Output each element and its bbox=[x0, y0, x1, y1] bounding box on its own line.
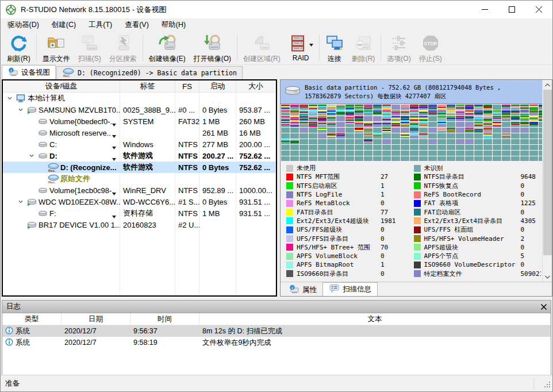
block-map-cell bbox=[502, 122, 510, 127]
block-map-cell bbox=[318, 133, 327, 139]
menu-item[interactable]: 帮助(H) bbox=[155, 18, 192, 32]
toolbar-button-create-image[interactable]: 创建镜像(E) bbox=[145, 33, 190, 64]
legend-value: 0 bbox=[521, 209, 525, 216]
block-map-cell bbox=[483, 145, 492, 150]
block-map-cell bbox=[345, 139, 354, 144]
log-column-header[interactable]: 类型 bbox=[2, 313, 62, 325]
view-tab-device-view[interactable]: i设备视图 bbox=[2, 65, 56, 79]
block-map-cell bbox=[382, 105, 391, 110]
minimize-button[interactable] bbox=[471, 1, 498, 18]
block-map-cell bbox=[401, 151, 409, 156]
chevron-down-icon[interactable] bbox=[112, 143, 116, 150]
block-map-cell bbox=[281, 105, 290, 110]
tree-row[interactable]: Rec.D: (Recognize...软件游戏NTFS0 Bytes752.6… bbox=[3, 162, 276, 173]
scan-scrollbar[interactable] bbox=[542, 80, 552, 282]
scan-tab-properties[interactable]: i属性 bbox=[283, 284, 322, 296]
tree-row[interactable]: WDC WD10EZEX-08W...WD-WCC6Y6...#1 S...0 … bbox=[3, 196, 276, 207]
tree-column-header[interactable]: 设备/磁盘 bbox=[3, 80, 120, 92]
block-map-cell bbox=[299, 105, 308, 110]
tree-row[interactable]: D:软件游戏NTFS200.27 ...752.62 ... bbox=[3, 150, 276, 162]
scan-tab-scan-info[interactable]: 扫描信息 bbox=[322, 282, 378, 296]
log-column-header[interactable]: 日期 bbox=[62, 313, 130, 325]
block-map-cell bbox=[474, 110, 483, 116]
tree-column-header[interactable]: 标签 bbox=[120, 80, 175, 92]
legend-item: 未识别 bbox=[414, 164, 542, 172]
menu-item[interactable]: 工具(T) bbox=[82, 18, 118, 32]
scroll-up-icon[interactable] bbox=[543, 80, 552, 90]
svg-text:Rec.: Rec. bbox=[48, 169, 56, 172]
log-column-header[interactable]: 文本 bbox=[199, 313, 551, 325]
chevron-down-icon[interactable] bbox=[112, 189, 116, 196]
block-map-cell bbox=[309, 105, 317, 110]
chevron-down-icon[interactable] bbox=[112, 120, 116, 127]
block-map-cell bbox=[318, 110, 327, 116]
close-button[interactable] bbox=[525, 1, 552, 18]
toolbar-button-stop: STOP停止(S) bbox=[415, 33, 446, 64]
legend-item: HFS/HFS+ BTree+ 范围70 bbox=[286, 243, 414, 252]
resize-grip[interactable] bbox=[544, 381, 551, 390]
block-map-row bbox=[281, 110, 542, 116]
tree-row[interactable]: 本地计算机 bbox=[3, 93, 276, 104]
block-map-cell bbox=[327, 105, 336, 110]
block-map-cell bbox=[483, 156, 492, 161]
expander-chevron-icon[interactable] bbox=[16, 199, 25, 205]
stop-icon: STOP bbox=[421, 34, 440, 54]
tree-row[interactable]: BR17 DEVICE V1.00 1....20160823#2 U... bbox=[3, 219, 276, 230]
scrollbar-thumb[interactable] bbox=[543, 90, 552, 255]
toolbar-button-connect[interactable]: 连接 bbox=[321, 33, 348, 64]
block-map-cell bbox=[428, 122, 437, 127]
partition-icon bbox=[36, 118, 49, 125]
maximize-button[interactable] bbox=[498, 1, 525, 18]
toolbar-button-create-region: 创建区域(R) bbox=[239, 33, 285, 64]
tree-row[interactable]: Volume{1ecb0c98-.WinRE_DRVNTFS952.89 ...… bbox=[3, 185, 276, 196]
block-map-cell bbox=[345, 156, 354, 161]
menu-item[interactable]: 查看(V) bbox=[118, 18, 155, 32]
toolbar-button-refresh[interactable]: 刷新(R) bbox=[3, 33, 34, 64]
drive-icon bbox=[25, 106, 39, 114]
tree-cell-size: 1000.00... bbox=[236, 185, 276, 196]
tree-row[interactable]: Rec.原始文件 bbox=[3, 173, 276, 185]
expander-chevron-icon[interactable] bbox=[5, 95, 14, 101]
log-row[interactable]: 系统2020/12/79:58:19文件枚举在9秒内完成 bbox=[2, 337, 551, 348]
block-map-cell bbox=[318, 156, 327, 161]
info-icon bbox=[5, 326, 13, 336]
chevron-down-icon[interactable] bbox=[112, 154, 116, 162]
block-map-cell bbox=[456, 145, 464, 150]
block-map-cell bbox=[345, 151, 354, 156]
tree-row[interactable]: F:资料存储NTFS1 MB931.51 ... bbox=[3, 207, 276, 219]
scroll-down-icon[interactable] bbox=[543, 272, 552, 282]
block-map-cell bbox=[299, 110, 308, 116]
view-tab-recognized-partition[interactable]: Rec.D: (Recognized0) -> Basic data parti… bbox=[56, 66, 243, 79]
expander-chevron-icon[interactable] bbox=[16, 107, 25, 113]
log-column-header[interactable]: 时间 bbox=[130, 313, 199, 325]
legend-item: HFS/HFS+ VolumeHeader2 bbox=[414, 234, 542, 243]
block-map-cell bbox=[474, 133, 483, 139]
tree-column-header-label: 大小 bbox=[248, 81, 263, 91]
tree-row[interactable]: Microsoft reserve..261 MB16 MB bbox=[3, 127, 276, 139]
block-map-cell bbox=[474, 116, 483, 121]
partition-summary: Basic data partition - 752.62 GB (808121… bbox=[281, 80, 542, 104]
expander-chevron-icon[interactable] bbox=[27, 153, 36, 159]
tree-row[interactable]: SAMSUNG MZVLB1T0...0025_388B_9...#0 ...0… bbox=[3, 104, 276, 116]
legend-item: UFS/FFS超级块0 bbox=[286, 225, 414, 234]
block-map-cell bbox=[281, 116, 290, 121]
toolbar-button-open-image[interactable]: 打开镜像(O) bbox=[190, 33, 235, 64]
chevron-down-icon[interactable] bbox=[112, 131, 116, 139]
block-map-cell bbox=[529, 139, 538, 144]
tree-column-header[interactable]: 大小 bbox=[236, 80, 276, 92]
menu-item[interactable]: 驱动器(D) bbox=[1, 18, 45, 32]
log-row[interactable]: 系统2020/12/79:56:378m 12s 的 D: 扫描已完成 bbox=[2, 325, 551, 337]
block-map-cell bbox=[428, 151, 437, 156]
tree-row[interactable]: C:WindowsNTFS277 MB200.00 ... bbox=[3, 139, 276, 150]
chevron-down-icon[interactable] bbox=[309, 40, 313, 48]
tree-column-header[interactable]: FS bbox=[175, 80, 199, 92]
toolbar-button-raid[interactable]: RAID bbox=[285, 33, 317, 64]
menu-item[interactable]: 创建(C) bbox=[45, 18, 82, 32]
log-close-icon[interactable] bbox=[541, 304, 547, 310]
tree-row[interactable]: Volume{0bedecf0-.SYSTEMFAT321 MB260 MB bbox=[3, 116, 276, 127]
block-map-cell bbox=[318, 139, 327, 144]
block-map-cell bbox=[419, 151, 428, 156]
tree-column-header[interactable]: 启动 bbox=[199, 80, 236, 92]
toolbar-button-show-files[interactable]: 显示文件 bbox=[39, 33, 74, 64]
chevron-down-icon[interactable] bbox=[112, 212, 116, 219]
